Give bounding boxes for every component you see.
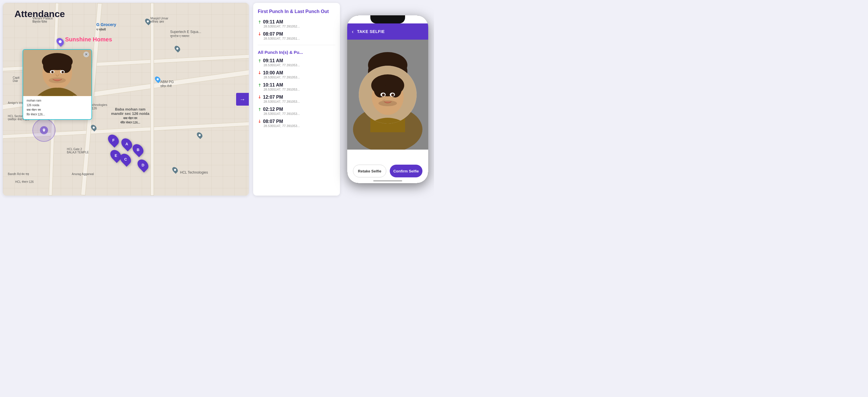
phone-header: ‹ TAKE SELFIE (347, 24, 428, 40)
svg-point-11 (49, 78, 66, 83)
map-label-masjid: Masjid Umarमस्जिद उमर (151, 17, 168, 24)
pin-D[interactable]: D (138, 159, 148, 171)
map-label-hcl-sector3: HCL सेक्टर 126 (16, 180, 34, 184)
phone-frame: 9:41 ▲▲▲ wifi ▮▮ ‹ TAKE SELFIE (347, 16, 428, 183)
punch-coords-0: 28.5355147, 77.391053... (264, 63, 335, 67)
all-punch-title: All Punch In(s) & Pu... (258, 50, 335, 55)
punch-entry-0: ↗ 09:11 AM 28.5355147, 77.391053... (258, 58, 335, 67)
map-pin-gray2 (146, 18, 150, 25)
phone-panel: 9:41 ▲▲▲ wifi ▮▮ ‹ TAKE SELFIE (341, 0, 434, 198)
home-bar (373, 180, 402, 181)
punch-entry-4: ↗ 02:12 PM 28.5355147, 77.391053... (258, 107, 335, 116)
pin-A[interactable]: A (122, 138, 131, 150)
section-divider (258, 45, 335, 45)
punch-arrow-4: ↗ (257, 106, 262, 112)
svg-point-10 (62, 71, 64, 73)
location-dot (40, 126, 48, 134)
popup-photo (23, 50, 91, 96)
punch-entry-3: ↗ 12:07 PM 28.5355147, 77.391053... (258, 95, 335, 103)
punch-time-value-0: 09:11 AM (263, 58, 283, 63)
map-label-abm: ABM PGएबीएम पीजी (160, 80, 174, 88)
popup-close-button[interactable]: ✕ (83, 52, 89, 57)
map-pin-gray5 (91, 124, 96, 131)
punch-entries-list: ↗ 09:11 AM 28.5355147, 77.391053... ↗ 10… (258, 58, 335, 128)
punch-panel: First Punch In & Last Punch Out ↗ 09:11 … (253, 3, 340, 195)
first-in-coords: 28.5355147, 77.391052... (264, 25, 335, 28)
punch-time-value-5: 08:07 PM (263, 119, 283, 124)
punch-coords-4: 28.5355147, 77.391053... (264, 112, 335, 116)
punch-coords-5: 28.5355147, 77.391053... (264, 124, 335, 128)
last-punch-out: ↗ 08:07 PM 28.5355147, 77.391051... (258, 32, 335, 40)
punch-entry-1: ↗ 10:00 AM 28.5355147, 77.391053... (258, 70, 335, 79)
punch-arrow-5: ↗ (257, 119, 262, 124)
punch-arrow-0: ↗ (257, 58, 262, 64)
punch-arrow-3: ↗ (257, 94, 262, 100)
confirm-selfie-button[interactable]: Confirm Selfie (390, 165, 423, 177)
first-last-title: First Punch In & Last Punch Out (258, 9, 335, 15)
punch-out-arrow: ↗ (257, 31, 262, 37)
map-pin-gray7 (197, 132, 202, 138)
punch-time-0: ↗ 09:11 AM (258, 58, 335, 63)
wifi-icon: wifi (415, 19, 420, 22)
road-v2 (151, 3, 154, 195)
map-arrow-button[interactable]: → (236, 93, 249, 105)
svg-point-29 (382, 93, 385, 96)
punch-in-arrow: ↗ (257, 19, 262, 25)
svg-point-31 (378, 100, 397, 106)
map-pin-gray3 (175, 45, 180, 52)
punch-arrow-2: ↗ (257, 82, 262, 88)
punch-arrow-1: ↗ (257, 70, 262, 76)
map-container: G Groceryग ग्रोसरी ABM PGएबीएम पीजी Supe… (3, 3, 249, 195)
map-label-supertech: Supertech E Squa...सुपरटेक ए स्क्वायर (170, 30, 201, 38)
map-label-anurag: Anurag Aggarwal (72, 173, 94, 176)
back-button[interactable]: ‹ (352, 29, 353, 35)
pin-B[interactable]: B (133, 144, 143, 156)
page-title: Attendance (14, 9, 65, 20)
location-accuracy-circle (32, 119, 56, 142)
retake-selfie-button[interactable]: Retake Selfie (353, 165, 386, 177)
punch-time-3: ↗ 12:07 PM (258, 95, 335, 100)
map-label-grocery: G Groceryग ग्रोसरी (96, 22, 116, 32)
phone-notch (370, 16, 405, 24)
punch-time-4: ↗ 02:12 PM (258, 107, 335, 112)
map-label-baba: Baba mohan rammandir sec 126 noidaबाबा म… (111, 107, 149, 124)
svg-point-30 (391, 93, 394, 96)
phone-actions: Retake Selfie Confirm Selfie (347, 165, 428, 177)
signal-icon: ▲▲▲ (407, 19, 414, 22)
map-label-capit: CapitDiar (13, 76, 20, 83)
selfie-view (347, 40, 428, 150)
punch-time-value-4: 02:12 PM (263, 107, 283, 112)
phone-screen: 9:41 ▲▲▲ wifi ▮▮ ‹ TAKE SELFIE (347, 16, 428, 183)
selfie-circle (359, 66, 416, 124)
punch-time-2: ↗ 10:11 AM (258, 83, 335, 88)
first-punch-in: ↗ 09:11 AM 28.5355147, 77.391052... (258, 20, 335, 28)
pin-E[interactable]: E (111, 149, 120, 161)
popup-info: mohan ram 126 noida बाबा मोहन राम दिर से… (23, 96, 91, 119)
map-label-bandh: Bandh Rd बंध राड़ (8, 173, 29, 176)
punch-coords-3: 28.5355147, 77.391053... (264, 100, 335, 103)
punch-time-value-1: 10:00 AM (263, 70, 283, 75)
punch-time-5: ↗ 08:07 PM (258, 119, 335, 124)
punch-time-value-3: 12:07 PM (263, 95, 283, 100)
phone-time: 9:41 (352, 19, 358, 22)
last-out-coords: 28.5355147, 77.391051... (264, 37, 335, 40)
phone-header-title: TAKE SELFIE (357, 29, 384, 34)
punch-coords-1: 28.5355147, 77.391053... (264, 75, 335, 79)
punch-entry-5: ↗ 08:07 PM 28.5355147, 77.391053... (258, 119, 335, 128)
map-label-hcl-tech: HCL Technologies (180, 171, 208, 175)
person-popup: ✕ (23, 49, 92, 120)
svg-point-9 (51, 71, 54, 73)
punch-time-1: ↗ 10:00 AM (258, 70, 335, 75)
map-pin-gray6 (173, 167, 177, 173)
sunshine-homes-label: Sunshine Homes (65, 36, 112, 43)
pin-F[interactable]: F (109, 134, 118, 146)
sunshine-homes-marker[interactable]: Sunshine Homes (57, 38, 63, 46)
status-icons: ▲▲▲ wifi ▮▮ (407, 19, 424, 22)
battery-icon: ▮▮ (421, 19, 424, 22)
punch-time-value-2: 10:11 AM (263, 83, 283, 88)
pin-C[interactable]: C (121, 153, 130, 165)
map-pin-blue1 (155, 76, 160, 83)
last-out-time: ↗ 08:07 PM (258, 32, 335, 37)
punch-entry-2: ↗ 10:11 AM 28.5355147, 77.391053... (258, 83, 335, 91)
attendance-panel: Attendance G Groceryग ग्रोसरी ABM PGएबीए… (3, 3, 249, 195)
